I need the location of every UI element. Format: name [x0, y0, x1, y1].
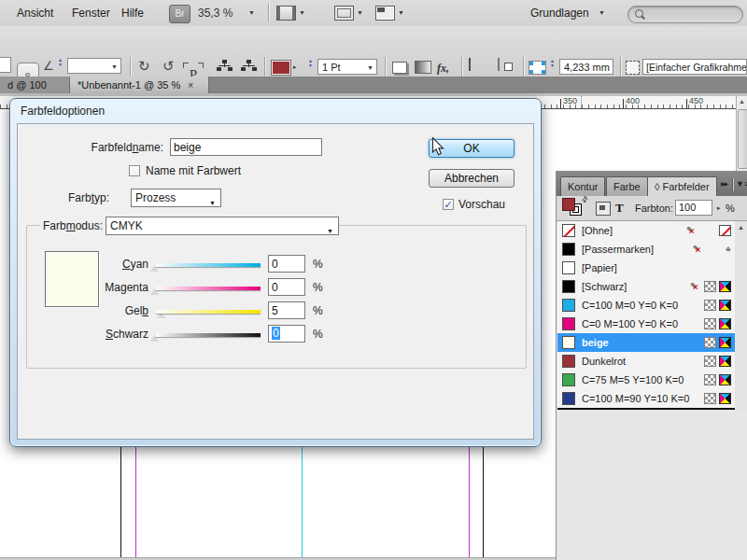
arrange-documents-icon[interactable]	[375, 6, 395, 21]
bridge-button[interactable]: Br	[169, 5, 190, 23]
scroll-up-icon[interactable]: ▲	[737, 98, 747, 105]
screen-mode-dropdown-icon[interactable]: ▼	[357, 9, 363, 16]
fill-proxy[interactable]	[562, 198, 575, 211]
gelb-label: Gelb	[18, 304, 148, 317]
cancel-button[interactable]: Abbrechen	[429, 169, 514, 188]
object-style-field[interactable]: [Einfacher Grafikrahmen]+	[642, 59, 747, 75]
fill-color-arrow-icon[interactable]: ▸	[293, 63, 297, 71]
stroke-weight-stepper[interactable]: ▲▼	[306, 59, 315, 74]
corner-options-icon[interactable]	[529, 61, 546, 75]
color-type-dropdown[interactable]: Prozess▼	[131, 189, 221, 207]
control-bar: ∞ ∠ ▱ ▲▼ ▼ ▲▼ ▼ ↻ ↺ ⋈ ⋈ P ▸ ▸ ▲▼ 1 Pt▼ ▼…	[0, 26, 747, 77]
wrap-around-bounding-box-icon[interactable]	[498, 58, 500, 71]
magenta-slider-track[interactable]	[156, 287, 261, 290]
tab-farbfelder[interactable]: ◊ Farbfelder	[647, 176, 717, 196]
tint-input[interactable]: 100	[675, 200, 712, 216]
swatch-row-dunkelrot[interactable]: Dunkelrot	[557, 352, 735, 371]
gelb-slider-track[interactable]	[156, 310, 261, 314]
arrange-documents-dropdown-icon[interactable]: ▼	[398, 9, 404, 16]
view-options-icon[interactable]	[276, 6, 296, 21]
swatch-row-beige-selected[interactable]: beige	[557, 333, 735, 352]
document-tab-active[interactable]: *Unbenannt-1 @ 35 %×	[69, 77, 209, 93]
menu-fenster[interactable]: Fenster	[72, 7, 110, 20]
swatch-list: [Ohne] ✎✕ [Passermarken] ✎✕⌖ [Papier] [S…	[557, 221, 735, 410]
shear-value-combo[interactable]: ▼	[67, 58, 121, 74]
swatch-row-gruen[interactable]: C=75 M=5 Y=100 K=0	[557, 371, 735, 389]
menu-ansicht[interactable]: Ansicht	[17, 7, 53, 20]
zoom-level-value[interactable]: 35,3 %	[198, 7, 233, 20]
object-style-icon[interactable]	[626, 61, 640, 75]
workspace-switcher[interactable]: Grundlagen	[530, 7, 589, 20]
swatch-row-magenta[interactable]: C=0 M=100 Y=0 K=0	[557, 315, 735, 333]
process-color-icon	[704, 300, 716, 311]
workspace-dropdown-icon[interactable]: ▼	[599, 9, 605, 16]
shear-stepper[interactable]: ▲▼	[56, 58, 64, 73]
corner-size-stepper[interactable]: ▲▼	[548, 59, 557, 74]
swatch-name: Dunkelrot	[582, 356, 704, 367]
scroll-up-icon[interactable]: ▲	[735, 224, 747, 231]
fill-color-button[interactable]	[271, 60, 291, 76]
cyan-slider-track[interactable]	[156, 263, 261, 267]
page-edge-left	[120, 446, 121, 557]
swatch-row-schwarz[interactable]: [Schwarz] ✎✕	[557, 277, 735, 296]
tab-farbe[interactable]: Farbe	[606, 176, 648, 196]
selected-text: 0	[272, 327, 280, 340]
process-color-icon	[704, 393, 716, 404]
rotate-ccw-icon[interactable]: ↺	[162, 60, 175, 72]
cycle-icon: ◊	[655, 181, 659, 192]
collapse-panels-icon[interactable]: ▶▶	[721, 180, 727, 187]
swatch-row-blau[interactable]: C=100 M=90 Y=10 K=0	[557, 389, 735, 408]
formatting-affects-text-icon[interactable]: T	[615, 201, 624, 216]
name-with-color-checkbox[interactable]	[129, 165, 140, 176]
formatting-affects-container-icon[interactable]	[596, 202, 611, 216]
effects-fx-icon[interactable]: fx,	[437, 62, 449, 76]
tab-label: Farbfelder	[663, 181, 710, 192]
select-container-icon[interactable]	[217, 59, 233, 72]
panel-menu-icon[interactable]: ▼≡	[736, 179, 747, 189]
tab-kontur[interactable]: Kontur	[560, 176, 605, 196]
swatch-name: [Passermarken]	[582, 244, 693, 255]
cyan-slider-row: Cyan %	[18, 254, 354, 277]
drop-shadow-icon[interactable]	[392, 62, 407, 74]
gelb-value-input[interactable]	[268, 301, 305, 319]
swatch-color-chip	[562, 392, 575, 405]
schwarz-slider-track[interactable]	[156, 333, 261, 337]
zoom-dropdown-icon[interactable]: ▼	[248, 9, 255, 16]
no-text-wrap-icon[interactable]	[469, 58, 471, 71]
view-options-dropdown-icon[interactable]: ▼	[299, 9, 305, 16]
color-mode-label: Farbmodus:	[40, 219, 106, 232]
object-style-value: [Einfacher Grafikrahmen]+	[646, 62, 747, 73]
magenta-value-input[interactable]	[268, 278, 305, 296]
clipped-combo-top[interactable]	[0, 57, 11, 73]
search-input[interactable]	[627, 6, 743, 23]
cyan-value-input[interactable]	[268, 255, 305, 273]
close-icon[interactable]: ×	[188, 80, 193, 91]
rotate-cw-icon[interactable]: ↻	[138, 60, 150, 72]
magenta-slider-row: Magenta %	[18, 277, 354, 301]
stroke-weight-combo[interactable]: 1 Pt▼	[317, 59, 377, 75]
gelb-slider-row: Gelb %	[18, 301, 354, 324]
cmyk-mode-icon	[719, 356, 731, 367]
select-previous-object-icon[interactable]	[241, 59, 257, 72]
document-tab-inactive[interactable]: d @ 100 %×	[0, 77, 70, 93]
menu-hilfe[interactable]: Hilfe	[121, 7, 144, 20]
corner-size-field[interactable]: 4,233 mm	[559, 59, 613, 75]
ruler-tick	[686, 99, 687, 108]
screen-mode-icon[interactable]	[334, 6, 354, 21]
schwarz-value-input[interactable]: 0	[268, 325, 305, 343]
swatch-name-input[interactable]	[170, 138, 322, 156]
preview-checkbox[interactable]: ✓	[443, 199, 454, 210]
tint-unit: %	[726, 203, 735, 214]
swatch-row-ohne[interactable]: [Ohne] ✎✕	[557, 221, 735, 240]
gelb-unit: %	[313, 304, 323, 317]
swatch-row-papier[interactable]: [Papier]	[557, 259, 735, 277]
tint-arrow-icon[interactable]: ▸	[717, 204, 721, 212]
color-mode-dropdown[interactable]: CMYK▼	[106, 217, 339, 235]
swatch-row-cyan[interactable]: C=100 M=0 Y=0 K=0	[557, 296, 735, 315]
schwarz-label: Schwarz	[18, 328, 148, 341]
swatch-row-passermarken[interactable]: [Passermarken] ✎✕⌖	[557, 240, 735, 259]
swatch-list-scrollbar[interactable]: ▲	[735, 221, 747, 410]
scrollbar-thumb[interactable]	[738, 109, 747, 169]
margin-guide-left	[135, 446, 136, 557]
gradient-feather-icon[interactable]	[415, 61, 431, 74]
